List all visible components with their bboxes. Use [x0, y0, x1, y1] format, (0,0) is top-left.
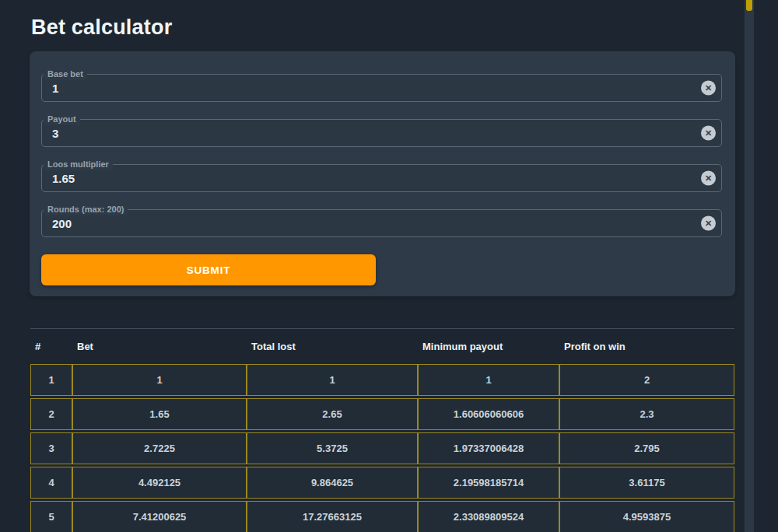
- table-row: 32.72255.37251.973370064282.795: [30, 432, 734, 464]
- bet-form-card: Base bet ✕ Payout ✕ Loos multiplier ✕ Ro…: [30, 51, 735, 296]
- results-table-section: #BetTotal lostMinimum payoutProfit on wi…: [30, 328, 734, 532]
- table-cell: 1: [30, 364, 72, 396]
- table-cell: 2.19598185714: [418, 467, 559, 499]
- table-row: 11112: [30, 364, 734, 396]
- results-table: #BetTotal lostMinimum payoutProfit on wi…: [30, 329, 734, 532]
- table-cell: 1.65: [72, 398, 247, 430]
- base-bet-field[interactable]: Base bet ✕: [41, 74, 722, 102]
- table-cell: 17.27663125: [247, 501, 418, 532]
- loos-multiplier-label: Loos multiplier: [44, 159, 113, 170]
- x-circle-icon: ✕: [705, 129, 712, 138]
- table-cell: 2.795: [559, 432, 734, 464]
- scrollbar-track[interactable]: [745, 0, 754, 532]
- table-cell: 3: [30, 432, 72, 464]
- loos-multiplier-field[interactable]: Loos multiplier ✕: [41, 164, 722, 192]
- table-body: 1111221.652.651.606060606062.332.72255.3…: [30, 364, 734, 532]
- table-cell: 2.3: [559, 398, 734, 430]
- column-header-: #: [30, 331, 72, 362]
- table-row: 21.652.651.606060606062.3: [30, 398, 734, 430]
- rounds-input[interactable]: [42, 210, 721, 236]
- x-circle-icon: ✕: [705, 219, 712, 228]
- table-row: 44.4921259.8646252.195981857143.61175: [30, 467, 734, 499]
- table-header-row: #BetTotal lostMinimum payoutProfit on wi…: [30, 331, 734, 362]
- page-title: Bet calculator: [30, 0, 735, 51]
- rounds-field[interactable]: Rounds (max: 200) ✕: [41, 209, 722, 237]
- clear-payout-button[interactable]: ✕: [701, 126, 716, 141]
- table-cell: 2.33089809524: [418, 501, 559, 532]
- payout-field[interactable]: Payout ✕: [41, 119, 722, 147]
- table-cell: 1.97337006428: [418, 432, 559, 464]
- scrollbar-thumb[interactable]: [746, 0, 752, 11]
- table-cell: 5.3725: [247, 432, 418, 464]
- column-header-profit-on-win: Profit on win: [559, 331, 734, 362]
- table-cell: 4: [30, 467, 72, 499]
- clear-loos-multiplier-button[interactable]: ✕: [701, 171, 716, 186]
- table-cell: 2.7225: [72, 432, 247, 464]
- table-cell: 1: [418, 364, 559, 396]
- submit-button[interactable]: SUBMIT: [41, 254, 376, 285]
- table-cell: 7.41200625: [72, 501, 247, 532]
- payout-input[interactable]: [42, 120, 721, 146]
- base-bet-input[interactable]: [42, 75, 721, 101]
- column-header-bet: Bet: [72, 331, 247, 362]
- table-cell: 1: [72, 364, 247, 396]
- x-circle-icon: ✕: [705, 84, 712, 93]
- table-row: 57.4120062517.276631252.330898095244.959…: [30, 501, 734, 532]
- base-bet-label: Base bet: [44, 68, 87, 80]
- rounds-label: Rounds (max: 200): [44, 204, 128, 215]
- column-header-minimum-payout: Minimum payout: [418, 331, 559, 362]
- table-cell: 4.9593875: [559, 501, 734, 532]
- table-cell: 9.864625: [247, 467, 418, 499]
- table-cell: 1: [247, 364, 418, 396]
- table-cell: 2: [559, 364, 734, 396]
- column-header-total-lost: Total lost: [247, 331, 418, 362]
- table-cell: 3.61175: [559, 467, 734, 499]
- table-cell: 1.60606060606: [418, 398, 559, 430]
- table-cell: 2: [30, 398, 72, 430]
- loos-multiplier-input[interactable]: [42, 165, 721, 191]
- clear-rounds-button[interactable]: ✕: [701, 216, 716, 231]
- table-cell: 4.492125: [72, 467, 247, 499]
- page-content: Bet calculator Base bet ✕ Payout ✕ Loos …: [30, 0, 735, 532]
- table-cell: 5: [30, 501, 72, 532]
- clear-base-bet-button[interactable]: ✕: [701, 81, 716, 96]
- table-cell: 2.65: [247, 398, 418, 430]
- x-circle-icon: ✕: [705, 174, 712, 183]
- payout-label: Payout: [44, 114, 80, 125]
